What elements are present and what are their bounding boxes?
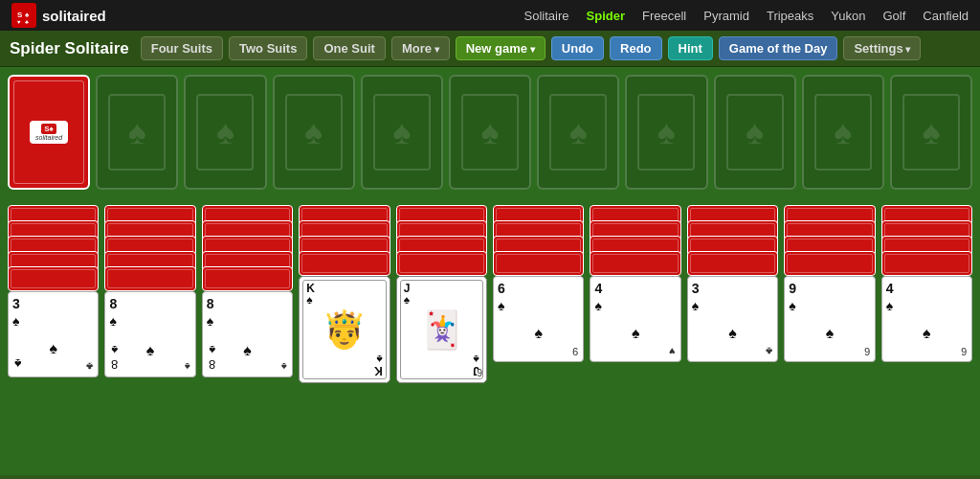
king-label-tl: K♠ [306, 283, 315, 306]
facedown-3-5 [202, 266, 293, 291]
column-3-bottom-card[interactable]: 8♠ ♠ ♠ 8♠ [202, 291, 293, 377]
game-of-day-button[interactable]: Game of the Day [719, 36, 838, 60]
facedown-1-5 [8, 266, 99, 291]
stock-pile-9: ♠ [802, 75, 884, 190]
logo-icon: S ♠ ♥ ♣ [11, 3, 36, 28]
redo-button[interactable]: Redo [610, 36, 662, 60]
deck-pile[interactable]: S♠ solitaired [8, 75, 90, 190]
logo[interactable]: S ♠ ♥ ♣ solitaired [11, 3, 106, 28]
nav-tripeaks[interactable]: Tripeaks [767, 9, 813, 23]
stock-inner-4: ♠ [373, 94, 431, 171]
col10-suit-bottom: 6 [961, 346, 967, 357]
new-game-button[interactable]: New game [456, 36, 546, 60]
stock-pile-4: ♠ [361, 75, 443, 190]
spade-watermark-4: ♠ [392, 112, 411, 152]
stock-inner-7: ♠ [637, 94, 695, 171]
game-area: S♠ solitaired ♠ ♠ ♠ ♠ ♠ [0, 67, 980, 475]
stock-inner-3: ♠ [285, 94, 343, 171]
column-8: 3♠ ♣ ♠ [687, 205, 778, 468]
column-4-king-card[interactable]: K♠ 🤴 K♠ [299, 276, 390, 383]
stock-pile-1: ♠ [96, 75, 178, 190]
spade-watermark-10: ♠ [922, 112, 940, 152]
column-1: 3♠ ♣ ♠ ♠ [8, 205, 99, 468]
svg-text:♣: ♣ [25, 19, 29, 25]
two-suits-button[interactable]: Two Suits [229, 36, 307, 60]
one-suit-button[interactable]: One Suit [313, 36, 385, 60]
col8-rank: 3♠ [692, 281, 700, 313]
nav-yukon[interactable]: Yukon [831, 9, 865, 23]
stock-pile-3: ♠ [273, 75, 355, 190]
king-inner: K♠ 🤴 K♠ [302, 280, 386, 379]
stock-inner-1: ♠ [108, 94, 166, 171]
column-6: 6♠ 9 ♠ [493, 205, 584, 468]
top-row: S♠ solitaired ♠ ♠ ♠ ♠ ♠ [8, 75, 972, 199]
column-6-bottom-card[interactable]: 6♠ 9 ♠ [493, 276, 584, 362]
spade-watermark-6: ♠ [569, 112, 588, 152]
stock-inner-9: ♠ [814, 94, 872, 171]
col6-suit-bottom: 9 [572, 346, 578, 357]
col7-rank: 4♠ [594, 281, 602, 313]
logo-text: solitaired [42, 8, 106, 24]
spade-watermark-7: ♠ [657, 112, 676, 152]
spade-watermark-3: ♠ [304, 112, 323, 152]
col10-rank: 4♠ [886, 281, 894, 313]
nav-freecell[interactable]: Freecell [642, 9, 686, 23]
settings-button[interactable]: Settings [843, 36, 921, 60]
column-3: 8♠ ♠ ♠ 8♠ [202, 205, 293, 468]
col2-suit-bottom: ♠ [185, 361, 190, 373]
stock-inner-10: ♠ [902, 94, 960, 171]
nav-golf[interactable]: Golf [882, 9, 905, 23]
col6-rank: 6♠ [498, 281, 505, 313]
col3-suit-bottom: ♠ [281, 361, 287, 373]
col3-rank: 8♠ [207, 296, 214, 329]
col1-rank: 3♠ [12, 296, 20, 329]
spade-watermark-8: ♠ [746, 112, 764, 152]
facedown-5-4 [396, 251, 487, 276]
hint-button[interactable]: Hint [668, 36, 713, 60]
column-4: K♠ 🤴 K♠ [299, 205, 390, 468]
col1-suit-bottom: ♣ [86, 361, 93, 373]
nav-pyramid[interactable]: Pyramid [703, 9, 749, 23]
jack-label-tl: J♠ [404, 283, 411, 306]
column-5-jack-card[interactable]: J♠ 🃏 J♠ 9 [396, 276, 487, 383]
facedown-8-4 [687, 251, 778, 276]
column-10: 4♠ 6 ♠ [881, 205, 972, 468]
nav-solitaire[interactable]: Solitaire [524, 9, 569, 23]
stock-pile-2: ♠ [184, 75, 266, 190]
column-9-bottom-card[interactable]: 9♠ 6 ♠ [784, 276, 875, 362]
column-7-bottom-card[interactable]: 4♠ ♥ ♠ [590, 276, 680, 362]
deck-logo-icon: S♠ [41, 124, 56, 134]
column-1-bottom-card[interactable]: 3♠ ♣ ♠ ♠ [8, 291, 99, 377]
spade-watermark-9: ♠ [834, 112, 852, 152]
column-7: 4♠ ♥ ♠ [590, 205, 680, 468]
top-navigation: S ♠ ♥ ♣ solitaired Solitaire Spider Free… [0, 0, 980, 31]
more-button[interactable]: More [391, 36, 450, 60]
nav-spider[interactable]: Spider [587, 9, 625, 23]
column-10-bottom-card[interactable]: 4♠ 6 ♠ [881, 276, 972, 362]
facedown-4-4 [299, 251, 390, 276]
column-8-bottom-card[interactable]: 3♠ ♣ ♠ [687, 276, 778, 362]
nav-canfield[interactable]: Canfield [923, 9, 969, 23]
column-9: 9♠ 6 ♠ [784, 205, 875, 468]
facedown-7-4 [590, 251, 680, 276]
col7-suit-bottom: ♥ [669, 346, 676, 357]
column-2-bottom-card[interactable]: 8♠ ♠ ♠ 8♠ [104, 291, 195, 377]
nav-links: Solitaire Spider Freecell Pyramid Tripea… [524, 9, 969, 23]
columns-row: 3♠ ♣ ♠ ♠ 8♠ ♠ ♠ 8♠ [8, 205, 972, 468]
svg-text:♥: ♥ [17, 19, 21, 25]
stock-pile-8: ♠ [714, 75, 796, 190]
stock-inner-5: ♠ [461, 94, 519, 171]
undo-button[interactable]: Undo [551, 36, 604, 60]
king-label-br: K♠ [374, 354, 383, 376]
col9-suit-bottom: 6 [864, 346, 870, 357]
stock-pile-5: ♠ [449, 75, 531, 190]
stock-inner-6: ♠ [549, 94, 607, 171]
stock-pile-10: ♠ [890, 75, 972, 190]
four-suits-button[interactable]: Four Suits [141, 36, 223, 60]
column-5: J♠ 🃏 J♠ 9 [396, 205, 487, 468]
stock-pile-7: ♠ [625, 75, 707, 190]
jack-figure: 🃏 [419, 311, 464, 348]
facedown-6-4 [493, 251, 584, 276]
spade-watermark-1: ♠ [128, 112, 146, 152]
facedown-2-5 [104, 266, 195, 291]
